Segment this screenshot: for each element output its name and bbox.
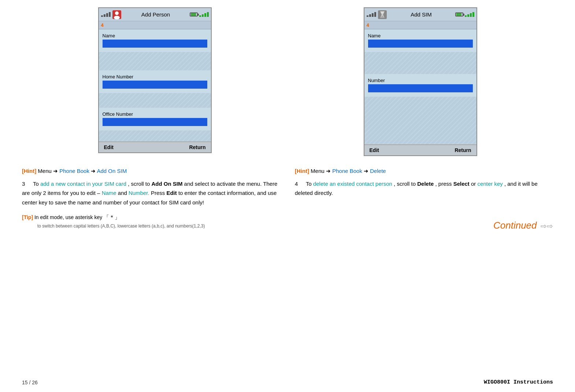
svg-point-1 <box>115 11 119 15</box>
rsignal-bar-3 <box>204 13 206 17</box>
battery-icon-left <box>190 12 198 16</box>
left-content-col: [Hint] Menu ➜ Phone Book ➜ Add On SIM 3 … <box>22 167 280 231</box>
p4-text-or: or <box>471 181 478 187</box>
bg-stripe-right-2 <box>364 97 476 144</box>
hint3-bracket: [Hint] <box>22 168 36 174</box>
left-status-right <box>190 12 209 17</box>
name-label-right: Name <box>368 33 473 38</box>
right-edit-key[interactable]: Edit <box>370 147 379 153</box>
tip-key: 「＊」 <box>104 214 120 220</box>
p4-bold1: Delete <box>417 181 434 187</box>
continued-section: Continued ⇨⇨ <box>295 220 553 231</box>
continued-arrows: ⇨⇨ <box>541 222 553 230</box>
signal-bars-left <box>101 12 111 17</box>
p3-cyan-name: Name <box>102 190 116 196</box>
left-status-left <box>101 10 122 20</box>
p3-bold1: Add On SIM <box>151 181 182 187</box>
signal-bar-4 <box>109 12 111 17</box>
p4-text-mid1: , scroll to <box>394 181 417 187</box>
footer-product: WIGO800I Instructions <box>484 379 553 385</box>
battery-fill-right <box>456 13 461 16</box>
paragraph3: 3 To add a new contact in your SIM card … <box>22 179 280 207</box>
rsignal2-bar-3 <box>372 13 374 17</box>
footer-page: 15 / 26 <box>22 380 38 385</box>
hint3-arrow1: ➜ <box>53 168 58 174</box>
right-phone-content: Name Number <box>364 29 476 144</box>
signal-bar-1 <box>101 15 103 17</box>
p3-press: Press <box>151 190 167 196</box>
left-edit-key[interactable]: Edit <box>104 144 114 150</box>
left-subbar: 4 <box>99 21 211 29</box>
home-number-input[interactable] <box>103 81 207 89</box>
right-return-key[interactable]: Return <box>455 147 471 153</box>
subbar-number-right: 4 <box>367 22 369 28</box>
p4-bold2: Select <box>453 181 470 187</box>
left-statusbar: Add Person <box>99 8 211 21</box>
right-subbar: 4 <box>364 21 476 29</box>
right-softkeys: Edit Return <box>364 144 476 155</box>
bg-stripe-right-1 <box>364 52 476 74</box>
office-number-input[interactable] <box>103 118 207 126</box>
p4-text-before: To <box>306 181 313 187</box>
hint4-action: Delete <box>370 168 386 174</box>
signal-bars-right-right <box>465 12 474 17</box>
left-phone-content: Name Home Number Office Number <box>99 29 211 141</box>
name-input-right[interactable] <box>368 40 473 48</box>
signal-bar-2 <box>104 14 105 17</box>
rsignal3-bar-2 <box>467 14 469 17</box>
rsignal-bar-2 <box>202 14 204 17</box>
paragraph4: 4 To delete an existed contact person , … <box>295 179 553 198</box>
rsignal3-bar-4 <box>472 12 474 17</box>
p3-text-before: To <box>33 181 40 187</box>
rsignal3-bar-3 <box>470 13 472 17</box>
battery-fill-left <box>191 13 196 16</box>
bg-stripe-3 <box>99 130 211 141</box>
left-return-key[interactable]: Return <box>189 144 205 150</box>
hint3-line: [Hint] Menu ➜ Phone Book ➜ Add On SIM <box>22 167 280 175</box>
page-container: Add Person 4 <box>0 0 575 392</box>
rsignal-bar-1 <box>199 15 201 17</box>
name-label-left: Name <box>103 33 207 38</box>
signal-bars-right-left <box>199 12 209 17</box>
tip-text: In edit mode, use asterisk key <box>34 214 104 220</box>
home-number-field-section: Home Number <box>103 74 207 89</box>
number-label: Number <box>368 78 473 83</box>
p3-cyan-number: Number. <box>129 190 149 196</box>
person-icon <box>112 10 122 20</box>
hint3-phonebook: Phone Book <box>59 168 89 174</box>
p4-cyan-center: center key <box>478 181 503 187</box>
hint3-arrow2: ➜ <box>91 168 96 174</box>
hint4-bracket: [Hint] <box>295 168 309 174</box>
name-input-left[interactable] <box>103 40 207 48</box>
p4-text-mid2: , press <box>435 181 453 187</box>
left-screen-title: Add Person <box>122 11 190 18</box>
screenshots-row: Add Person 4 <box>22 7 553 156</box>
home-number-label: Home Number <box>103 74 207 79</box>
number-input[interactable] <box>368 84 473 92</box>
name-field-section-right: Name <box>368 33 473 48</box>
p3-text-mid1: , scroll to <box>128 181 151 187</box>
hint4-line: [Hint] Menu ➜ Phone Book ➜ Delete <box>295 167 553 175</box>
right-statusbar: Add SIM <box>364 8 476 21</box>
p3-number: 3 <box>22 179 28 189</box>
right-status-right <box>455 12 474 17</box>
hint4-menu: Menu <box>311 168 326 174</box>
signal-bars-right <box>367 12 376 17</box>
bg-stripe-2 <box>99 93 211 108</box>
right-status-left <box>367 10 387 20</box>
p4-cyan-phrase: delete an existed contact person <box>313 181 392 187</box>
rsignal2-bar-4 <box>374 12 376 17</box>
rsignal2-bar-2 <box>369 14 371 17</box>
hint4-arrow1: ➜ <box>326 168 331 174</box>
svg-point-2 <box>114 16 120 19</box>
left-phone-screen: Add Person 4 <box>98 7 212 153</box>
p3-cyan-phrase: add a new contact in your SIM card <box>40 181 126 187</box>
right-phone-screen: Add SIM 4 <box>364 7 477 156</box>
hint4-arrow2: ➜ <box>364 168 368 174</box>
office-number-field-section: Office Number <box>103 111 207 126</box>
p3-bold2: Edit <box>166 190 177 196</box>
name-field-section-left: Name <box>103 33 207 48</box>
right-content-col: [Hint] Menu ➜ Phone Book ➜ Delete 4 To d… <box>295 167 553 231</box>
continued-text: Continued <box>493 220 537 231</box>
signal-bar-3 <box>106 13 108 17</box>
